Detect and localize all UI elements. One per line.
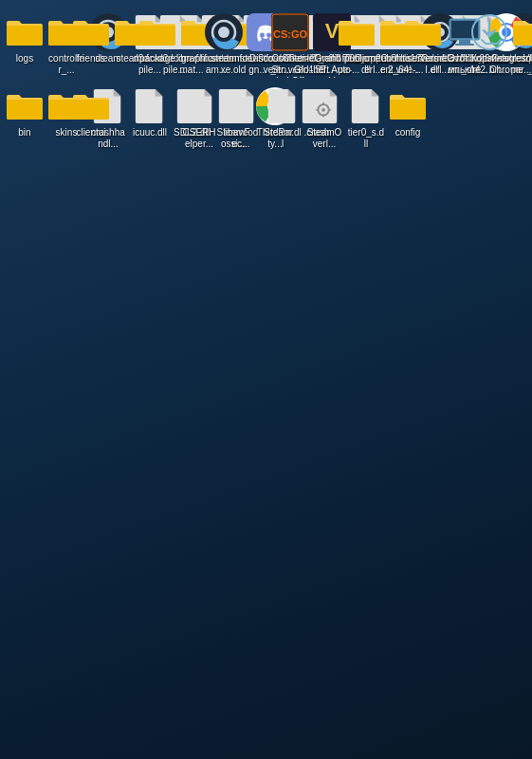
svg-point-25 — [260, 33, 265, 38]
icon-label-clientui: clientui — [76, 127, 105, 139]
icon-logs[interactable]: logs — [4, 8, 46, 82]
icon-label-package: package — [139, 53, 175, 65]
icon-label-cserhelper: CSERHelper... — [180, 127, 218, 150]
icon-label-public: public — [344, 53, 369, 65]
icon-clientui[interactable]: clientui — [70, 82, 112, 156]
icon-tier0-s[interactable]: tier0_s.dll — [345, 82, 387, 156]
icon-friends[interactable]: friends — [70, 8, 112, 82]
icon-servers[interactable]: servers — [402, 8, 444, 82]
icon-label-steam-dll: Steam.dll — [264, 127, 302, 150]
svg-point-80 — [321, 108, 325, 112]
icon-bin[interactable]: bin — [4, 82, 46, 156]
svg-point-23 — [218, 27, 229, 38]
icon-config[interactable]: config — [387, 82, 429, 156]
empty-slot-r10c2 — [112, 82, 178, 156]
icon-label-steamoverl4: SteamOverl... — [305, 127, 343, 150]
icon-steamoverl4[interactable]: SteamOverl... — [303, 82, 345, 156]
icon-label-steam-app: steam — [211, 53, 236, 65]
icon-csgo[interactable]: CS:GO Counter-Str... Global Offe... — [269, 8, 311, 82]
icon-resource[interactable]: resource — [510, 8, 532, 82]
icon-label-recycle: Корзина — [471, 53, 507, 65]
icon-recycle[interactable]: Корзина — [468, 8, 510, 82]
icon-label-friends: friends — [77, 53, 105, 65]
icon-public[interactable]: public — [336, 8, 377, 82]
icon-label-tier0-s: tier0_s.dll — [347, 127, 385, 150]
icon-package[interactable]: package — [137, 8, 178, 82]
icon-label-servers: servers — [408, 53, 439, 65]
svg-text:CS:GO: CS:GO — [273, 28, 308, 40]
icon-steam-dll[interactable]: Steam.dll — [262, 82, 303, 156]
icon-label-logs: logs — [16, 53, 33, 65]
icon-cserhelper[interactable]: CSERHelper... — [178, 82, 220, 156]
icon-steam-app[interactable]: steam — [203, 8, 245, 82]
icon-label-config: config — [395, 127, 421, 139]
icon-label-bin: bin — [18, 127, 30, 139]
icon-libavcodec[interactable]: libavcodec... — [220, 82, 262, 156]
icon-label-libavcodec: libavcodec... — [222, 127, 260, 150]
icon-label-csgo: Counter-Str... Global Offe... — [271, 53, 309, 78]
icon-label-resource: resource — [513, 53, 532, 65]
